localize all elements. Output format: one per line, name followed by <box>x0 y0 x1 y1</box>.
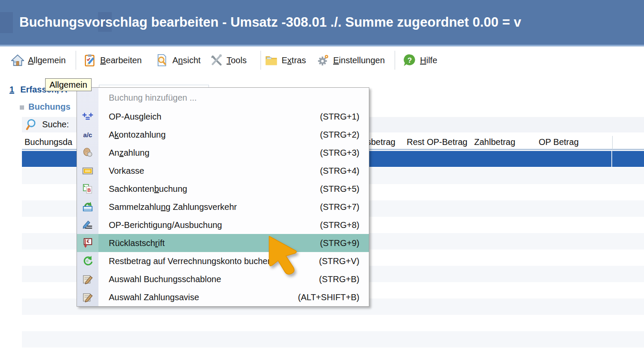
op-ausgleich-icon <box>77 108 98 126</box>
context-menu-item-shortcut: (STRG+5) <box>320 184 369 194</box>
search-label: Suche: <box>42 120 69 129</box>
context-menu-item-shortcut: (STRG+B) <box>319 274 369 284</box>
tools-icon <box>210 54 223 67</box>
context-menu-item-label: Rücklastschrift <box>109 238 165 248</box>
menubar-item-hilfe[interactable]: ?Hilfe <box>403 46 437 74</box>
column-header[interactable]: Rest OP-Betrag <box>407 137 467 147</box>
tooltip-text: Allgemein <box>49 80 87 90</box>
context-menu-item-restbetrag-auf-verrechnungskonto-buchen[interactable]: Restbetrag auf Verrechnungskonto buchen(… <box>77 252 369 270</box>
context-menu-item-op-ausgleich[interactable]: OP-Ausgleich(STRG+1) <box>77 108 369 126</box>
menubar-item-einstellungen[interactable]: Einstellungen <box>316 46 385 74</box>
context-menu-item-label: Sachkontenbuchung <box>109 184 187 194</box>
context-menu-item-vorkasse[interactable]: Vorkasse(STRG+4) <box>77 162 369 180</box>
context-menu-item-label: Vorkasse <box>109 166 144 176</box>
svg-text:?: ? <box>408 56 412 65</box>
menubar-item-extras[interactable]: Extras <box>265 46 306 74</box>
gear-icon <box>316 54 329 67</box>
menubar-item-allgemein[interactable]: Allgemein <box>11 46 66 74</box>
sammelzahlung-icon <box>77 198 98 216</box>
akontozahlung-icon: a/c <box>77 126 98 144</box>
column-divider <box>612 136 613 151</box>
context-menu-item-shortcut: (STRG+7) <box>320 202 369 212</box>
menubar-item-label: Allgemein <box>28 55 66 65</box>
step-number: 1 <box>9 85 14 94</box>
context-menu-item-label: Restbetrag auf Verrechnungskonto buchen <box>109 256 272 266</box>
menubar-item-label: Einstellungen <box>333 55 385 65</box>
context-menu-item-label: Auswahl Zahlungsavise <box>109 292 199 302</box>
column-header[interactable]: sbetrag <box>367 137 396 147</box>
menubar-item-ansicht[interactable]: Ansicht <box>156 46 201 74</box>
folder-icon <box>265 54 278 67</box>
menubar-item-label: Tools <box>227 55 247 65</box>
app-window: Buchungsvorschlag bearbeiten - Umsatz -3… <box>0 0 644 363</box>
menubar-separator <box>261 51 261 70</box>
vorkasse-icon <box>77 162 98 180</box>
context-menu-item-shortcut: (STRG+4) <box>320 166 369 176</box>
titlebar-decoration <box>0 12 13 33</box>
context-menu-item-auswahl-buchungsschablone[interactable]: Auswahl Buchungsschablone(STRG+B) <box>77 270 369 288</box>
svg-text:B: B <box>87 188 91 193</box>
sachkontenbuchung-icon: B <box>77 180 98 198</box>
context-menu-item-shortcut: (STRG+2) <box>320 130 369 140</box>
menubar-item-label: Bearbeiten <box>100 55 142 65</box>
menubar-separator <box>395 51 395 70</box>
help-icon: ? <box>403 54 416 67</box>
context-menu-item-shortcut: (ALT+SHIFT+B) <box>298 292 369 302</box>
context-menu-item-label: Anzahlung <box>109 148 150 158</box>
menubar-item-bearbeiten[interactable]: Bearbeiten <box>83 46 142 74</box>
menubar-item-label: Hilfe <box>420 55 437 65</box>
context-menu-item-auswahl-zahlungsavise[interactable]: Auswahl Zahlungsavise(ALT+SHIFT+B) <box>77 288 369 306</box>
home-icon <box>11 54 24 67</box>
menu-bar: AllgemeinBearbeitenAnsichtToolsExtrasEin… <box>0 46 644 74</box>
context-menu-item-anzahlung[interactable]: Anzahlung(STRG+3) <box>77 144 369 162</box>
buchungsschablone-icon <box>77 270 98 288</box>
context-menu-item-label: OP-Ausgleich <box>109 112 161 122</box>
section-title: Buchungs <box>28 102 71 112</box>
context-menu-item-shortcut: (STRG+3) <box>320 148 369 158</box>
context-menu-item-op-berichtigung-ausbuchung[interactable]: OP-Berichtigung/Ausbuchung(STRG+8) <box>77 216 369 234</box>
edit-clipboard-icon <box>83 54 96 67</box>
column-header[interactable]: Zahlbetrag <box>474 137 515 147</box>
menubar-separator <box>76 51 76 70</box>
context-menu-header-label: Buchung hinzufügen ... <box>109 93 197 103</box>
column-divider <box>611 151 612 167</box>
restbetrag-icon <box>77 252 98 270</box>
context-menu-item-label: Auswahl Buchungsschablone <box>109 274 221 284</box>
table-row <box>22 331 644 348</box>
op-berichtigung-icon <box>77 216 98 234</box>
title-bar: Buchungsvorschlag bearbeiten - Umsatz -3… <box>0 0 644 45</box>
context-menu-item-shortcut: (STRG+9) <box>320 238 369 248</box>
context-menu-item-label: OP-Berichtigung/Ausbuchung <box>109 220 222 230</box>
column-header[interactable]: OP Betrag <box>539 137 579 147</box>
mouse-cursor-icon <box>263 233 306 277</box>
context-menu-item-shortcut: (STRG+8) <box>320 220 369 230</box>
column-header[interactable]: Buchungsda <box>25 137 72 147</box>
context-menu-item-sammelzahlung-zahlungsverkehr[interactable]: Sammelzahlung Zahlungsverkehr(STRG+7) <box>77 198 369 216</box>
view-magnifier-icon <box>156 54 169 67</box>
context-menu-item-rücklastschrift[interactable]: €Rücklastschrift(STRG+9) <box>77 234 369 252</box>
context-menu-item-label: Sammelzahlung Zahlungsverkehr <box>109 202 237 212</box>
context-menu-item-shortcut: (STRG+1) <box>320 112 369 122</box>
menubar-item-tools[interactable]: Tools <box>210 46 247 74</box>
section-bullet-icon <box>20 105 24 110</box>
svg-text:€: € <box>87 239 89 244</box>
context-menu-item-sachkontenbuchung[interactable]: BSachkontenbuchung(STRG+5) <box>77 180 369 198</box>
zahlungsavise-icon <box>77 288 98 306</box>
tooltip: Allgemein <box>45 78 92 91</box>
menubar-item-label: Ansicht <box>172 55 201 65</box>
ruecklastschrift-icon: € <box>77 234 98 252</box>
context-menu: Buchung hinzufügen ...OP-Ausgleich(STRG+… <box>77 87 369 307</box>
context-menu-item-label: Akontozahlung <box>109 130 166 140</box>
context-menu-item-shortcut: (STRG+V) <box>319 256 369 266</box>
context-menu-item-akontozahlung[interactable]: a/cAkontozahlung(STRG+2) <box>77 126 369 144</box>
context-menu-header: Buchung hinzufügen ... <box>77 88 369 108</box>
menubar-item-label: Extras <box>282 55 306 65</box>
anzahlung-icon <box>77 144 98 162</box>
search-icon <box>25 118 38 133</box>
window-title: Buchungsvorschlag bearbeiten - Umsatz -3… <box>19 15 521 30</box>
